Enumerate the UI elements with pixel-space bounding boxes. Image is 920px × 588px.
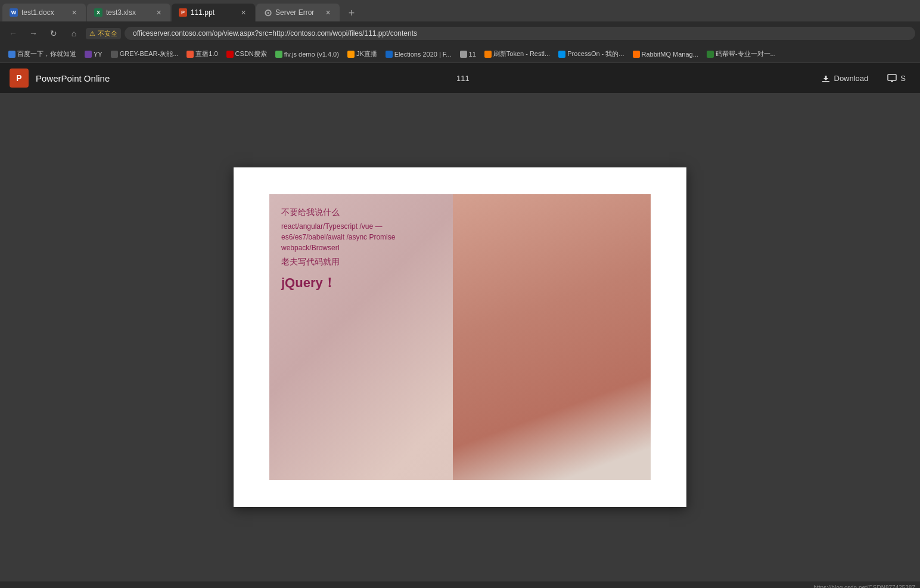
slideshow-button[interactable]: S xyxy=(882,71,910,85)
word-icon: W xyxy=(10,8,18,17)
toolbar-actions: Download S xyxy=(816,71,911,85)
bookmark-greybear-icon xyxy=(111,51,118,58)
meme-line-5: 老夫写代码就用 xyxy=(281,256,491,268)
bookmark-yy-icon xyxy=(85,51,92,58)
tab-excel-close[interactable]: ✕ xyxy=(154,8,163,17)
url-text: officeserver.contoso.com/op/view.aspx?sr… xyxy=(133,29,417,38)
tab-word-close[interactable]: ✕ xyxy=(69,8,79,17)
bookmark-live-label: 直播1.0 xyxy=(195,49,217,58)
bookmark-elections[interactable]: Elections 2020 | F... xyxy=(382,49,455,59)
meme-jquery-text: jQuery！ xyxy=(281,273,491,293)
forward-button[interactable]: → xyxy=(25,25,42,42)
bookmarks-bar: 百度一下，你就知道 YY GREY-BEAR-灰能... 直播1.0 CSDN搜… xyxy=(0,45,920,63)
security-label: 不安全 xyxy=(98,29,117,38)
bookmark-rabbitmq-icon xyxy=(633,51,640,58)
warning-icon: ⚠ xyxy=(89,30,95,38)
bookmark-refresh-token-icon xyxy=(484,51,492,58)
tab-excel[interactable]: X test3.xlsx ✕ xyxy=(87,4,170,21)
status-bar: https://blog.csdn.net/CSDN877425287 xyxy=(0,581,920,588)
bookmark-flvjs-icon xyxy=(275,51,282,58)
meme-line-1: 不要给我说什么 xyxy=(281,206,491,219)
error-icon: ⊙ xyxy=(263,8,272,17)
bookmark-csdn-icon xyxy=(226,51,234,58)
tab-ppt-label: 111.ppt xyxy=(191,8,235,17)
tab-word[interactable]: W test1.docx ✕ xyxy=(2,4,86,21)
tab-error-close[interactable]: ✕ xyxy=(323,8,332,17)
ppt-logo-letter: P xyxy=(16,73,21,83)
ppt-app-title: PowerPoint Online xyxy=(36,73,110,83)
bookmark-rabbitmq-label: RabbitMQ Manag... xyxy=(642,51,698,58)
bookmark-processon[interactable]: ProcessOn - 我的... xyxy=(555,48,627,60)
slideshow-label: S xyxy=(900,74,906,83)
meme-line-2: react/angular/Typescript /vue — xyxy=(281,221,491,232)
download-label: Download xyxy=(834,74,869,83)
bookmark-flvjs[interactable]: flv.js demo (v1.4.0) xyxy=(272,49,343,59)
status-url: https://blog.csdn.net/CSDN877425287 xyxy=(813,584,915,589)
tab-error[interactable]: ⊙ Server Error ✕ xyxy=(256,4,340,21)
bookmark-11-label: 11 xyxy=(469,51,476,58)
bookmark-processon-icon xyxy=(558,51,565,58)
bookmark-yy-label: YY xyxy=(94,51,102,58)
meme-background: 不要给我说什么 react/angular/Typescript /vue — … xyxy=(269,194,651,480)
security-badge: ⚠ 不安全 xyxy=(86,28,121,39)
bookmark-11[interactable]: 11 xyxy=(456,49,480,59)
tab-word-label: test1.docx xyxy=(21,8,66,17)
new-tab-button[interactable]: + xyxy=(343,5,360,21)
address-bar: ← → ↻ ⌂ ⚠ 不安全 officeserver.contoso.com/o… xyxy=(0,21,920,45)
main-content: 不要给我说什么 react/angular/Typescript /vue — … xyxy=(0,93,920,581)
excel-icon: X xyxy=(94,8,102,17)
url-box[interactable]: officeserver.contoso.com/op/view.aspx?sr… xyxy=(125,27,915,40)
bookmark-csdn[interactable]: CSDN搜索 xyxy=(223,48,271,60)
tab-error-label: Server Error xyxy=(275,8,319,17)
bookmark-baidu[interactable]: 百度一下，你就知道 xyxy=(5,48,80,60)
bookmark-mabangbang[interactable]: 码帮帮-专业一对一... xyxy=(703,48,779,60)
bookmark-greybear[interactable]: GREY-BEAR-灰能... xyxy=(107,48,182,60)
bookmark-baidu-label: 百度一下，你就知道 xyxy=(17,49,76,58)
bookmark-elections-icon xyxy=(386,51,393,58)
bookmark-mabangbang-icon xyxy=(707,51,714,58)
tab-excel-label: test3.xlsx xyxy=(106,8,150,17)
bookmark-baidu-icon xyxy=(8,51,15,58)
bookmark-jk[interactable]: JK直播 xyxy=(344,48,381,60)
svg-rect-1 xyxy=(888,74,896,80)
reload-button[interactable]: ↻ xyxy=(45,25,62,42)
bookmark-live[interactable]: 直播1.0 xyxy=(183,48,221,60)
download-icon xyxy=(821,73,831,83)
slide-container: 不要给我说什么 react/angular/Typescript /vue — … xyxy=(234,167,686,507)
bookmark-jk-label: JK直播 xyxy=(356,49,377,58)
meme-line-3: es6/es7/babel/await /async Promise xyxy=(281,232,491,242)
ppt-toolbar: P PowerPoint Online 111 Download S xyxy=(0,63,920,93)
bookmark-csdn-label: CSDN搜索 xyxy=(235,49,267,58)
slide-image: 不要给我说什么 react/angular/Typescript /vue — … xyxy=(269,194,651,480)
home-button[interactable]: ⌂ xyxy=(66,25,82,42)
meme-line-4: webpack/BrowserI xyxy=(281,242,491,253)
bookmark-live-icon xyxy=(187,51,194,58)
bookmark-yy[interactable]: YY xyxy=(81,49,106,59)
bookmark-elections-label: Elections 2020 | F... xyxy=(394,51,452,58)
ppt-icon: P xyxy=(179,8,187,17)
slideshow-icon xyxy=(887,73,897,83)
ppt-logo: P xyxy=(10,69,29,88)
bookmark-greybear-label: GREY-BEAR-灰能... xyxy=(120,49,179,58)
bookmark-mabangbang-label: 码帮帮-专业一对一... xyxy=(716,49,776,58)
tab-bar: W test1.docx ✕ X test3.xlsx ✕ P 111.ppt … xyxy=(0,0,920,21)
meme-text-area: 不要给我说什么 react/angular/Typescript /vue — … xyxy=(281,206,491,293)
bookmark-rabbitmq[interactable]: RabbitMQ Manag... xyxy=(629,49,702,59)
tab-ppt[interactable]: P 111.ppt ✕ xyxy=(172,4,255,21)
bookmark-refresh-token-label: 刷新Token - Restl... xyxy=(493,49,550,58)
slide-number: 111 xyxy=(456,74,470,83)
bookmark-11-icon xyxy=(460,51,467,58)
tab-ppt-close[interactable]: ✕ xyxy=(238,8,248,17)
bookmark-flvjs-label: flv.js demo (v1.4.0) xyxy=(284,51,339,58)
bookmark-jk-icon xyxy=(347,51,355,58)
bookmark-refresh-token[interactable]: 刷新Token - Restl... xyxy=(481,48,554,60)
bookmark-processon-label: ProcessOn - 我的... xyxy=(567,49,624,58)
back-button[interactable]: ← xyxy=(5,25,21,42)
browser-chrome: W test1.docx ✕ X test3.xlsx ✕ P 111.ppt … xyxy=(0,0,920,63)
download-button[interactable]: Download xyxy=(816,71,874,85)
svg-rect-0 xyxy=(822,81,829,82)
